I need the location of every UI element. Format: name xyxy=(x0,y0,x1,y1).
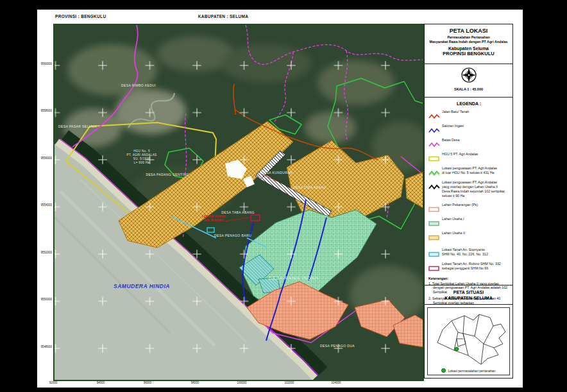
situasi-title-block: PETA SITUASI KABUPATEN SELUMA xyxy=(425,285,512,305)
outside-hgu-line-icon xyxy=(428,167,440,178)
legend-item: Lahan Pekarangan (Pk) xyxy=(428,203,509,215)
scale-label: SKALA 1 : 45.000 xyxy=(425,87,512,91)
canal-line-icon xyxy=(428,124,440,136)
axis-bottom-label: 94000 xyxy=(88,381,114,384)
inset-legend-row: Lokasi permasalahan pertanahan xyxy=(441,368,495,373)
keterangan-title: Keterangan: xyxy=(428,277,509,280)
axis-left-label: 9554000 xyxy=(38,203,52,207)
legend-item: Lokasi penguasaan PT. Agri Andalas yang … xyxy=(428,180,509,198)
map-propinsi: PROPINSI BENGKULU xyxy=(425,51,512,56)
legend-item: HGU 5 PT. Agri Andalas xyxy=(428,152,509,164)
axis-bottom-label: 98000 xyxy=(182,381,208,384)
legend-item: Lokasi Tanah An. Supriyanto SHM No. 40, … xyxy=(428,248,509,260)
legend-block: LEGENDA : Jalan Batu/ Tanah Saluran Irig… xyxy=(425,98,512,285)
legend-item: Lahan Usaha II xyxy=(428,231,509,243)
map-canvas: DESA RIMBO KEDUI DESA PASAR SELUMA HGU N… xyxy=(53,24,424,381)
axis-bottom-label: 96000 xyxy=(135,381,160,384)
supriyanto-swatch-icon xyxy=(428,248,440,260)
legend-item: Lokasi Tanah An. Rubino SHM No. 332 seba… xyxy=(428,262,509,274)
map-subtitle: Masyarakat Rawa Indah dengan PT Agri And… xyxy=(425,40,512,44)
title-block: PETA LOKASI Permasalahan Pertanahan Masy… xyxy=(425,24,512,64)
legend-item: Saluran Irigasi xyxy=(428,124,509,136)
situasi-title: KABUPATEN SELUMA xyxy=(425,295,512,301)
compass-rose-icon xyxy=(461,67,477,83)
map-subtitle: Permasalahan Pertanahan xyxy=(425,35,512,39)
legend-item: Jalan Batu/ Tanah xyxy=(428,110,509,122)
axis-left-label: 9560000 xyxy=(38,62,52,65)
map-title: PETA LOKASI xyxy=(425,28,512,34)
info-panel: PETA LOKASI Permasalahan Pertanahan Masy… xyxy=(424,24,513,379)
legend-item: Lahan Usaha I xyxy=(428,217,509,229)
axis-bottom-label: 100000 xyxy=(229,381,255,384)
map-kabupaten: Kabupaten Seluma xyxy=(425,46,512,51)
compass-block: SKALA 1 : 45.000 xyxy=(425,64,512,98)
pekarangan-swatch-icon xyxy=(428,203,440,215)
village-boundary-line-icon xyxy=(428,139,440,150)
seluma-inset-map xyxy=(430,311,508,366)
usaha1-swatch-icon xyxy=(428,217,440,229)
axis-bottom-label: 104000 xyxy=(323,381,349,384)
legend-item: Lokasi penguasaan PT. Agri Andalas di lu… xyxy=(428,166,509,178)
situasi-title: PETA SITUASI xyxy=(425,289,512,295)
axis-bottom-label: 102000 xyxy=(276,381,302,384)
legend-title: LEGENDA : xyxy=(428,101,509,106)
inset-legend-label: Lokasi permasalahan pertanahan xyxy=(448,369,495,373)
axis-left-label: 9548000 xyxy=(38,345,52,348)
overlap-line-icon xyxy=(428,181,440,192)
hgu-swatch-icon xyxy=(428,153,440,164)
axis-left-label: 9552000 xyxy=(38,251,52,254)
axis-bottom-label: 92000 xyxy=(40,381,66,384)
inset-block: Lokasi permasalahan pertanahan xyxy=(425,305,512,378)
legend-item: Batas Desa xyxy=(428,138,509,150)
kabupaten-label: KABUPATEN : SELUMA xyxy=(165,14,281,19)
map-sheet: PROVINSI : BENGKULU KABUPATEN : SELUMA 9… xyxy=(37,9,523,388)
usaha2-swatch-icon xyxy=(428,232,440,243)
satellite-map xyxy=(55,25,423,380)
road-line-icon xyxy=(428,110,440,122)
location-marker-icon xyxy=(441,368,446,373)
axis-left-label: 9558000 xyxy=(38,109,52,112)
axis-left-label: 9556000 xyxy=(38,157,52,160)
provinsi-label: PROVINSI : BENGKULU xyxy=(55,14,106,19)
axis-left-label: 9550000 xyxy=(38,298,52,301)
rubino-swatch-icon xyxy=(428,262,440,274)
inset-map-box: Lokasi permasalahan pertanahan xyxy=(427,307,510,375)
